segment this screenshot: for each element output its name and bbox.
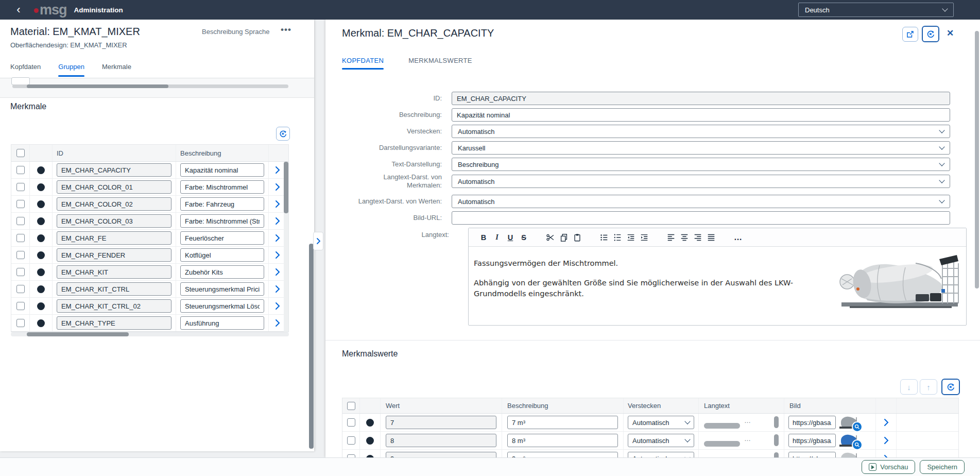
langtext-loading-cell[interactable]: … xyxy=(699,432,784,449)
row-checkbox[interactable] xyxy=(16,234,25,242)
save-button[interactable]: Speichern xyxy=(920,460,965,474)
bullet-list-icon[interactable] xyxy=(597,231,611,244)
row-checkbox[interactable] xyxy=(347,436,355,445)
strikethrough-icon[interactable]: S xyxy=(517,231,530,244)
close-icon[interactable]: ✕ xyxy=(947,28,954,39)
bild-thumbnail[interactable] xyxy=(838,433,859,448)
row-checkbox[interactable] xyxy=(16,268,25,276)
chevron-right-icon[interactable] xyxy=(275,302,280,310)
beschreibung-input[interactable] xyxy=(180,197,264,211)
text-darstellung-select[interactable]: Beschreibung xyxy=(452,158,950,171)
chevron-right-icon[interactable] xyxy=(275,200,280,208)
tab-kopfdaten[interactable]: Kopfdaten xyxy=(10,63,41,77)
bild-url-input[interactable] xyxy=(788,452,836,457)
chevron-right-icon[interactable] xyxy=(275,166,280,174)
outdent-icon[interactable] xyxy=(624,231,638,244)
bold-icon[interactable]: B xyxy=(477,231,490,244)
chevron-right-icon[interactable] xyxy=(884,418,889,427)
bild-url-input[interactable] xyxy=(788,416,836,429)
beschreibung-input[interactable] xyxy=(180,316,264,330)
id-input[interactable] xyxy=(57,197,171,211)
langtext-merkmale-select[interactable]: Automatisch xyxy=(452,175,950,188)
id-input[interactable] xyxy=(57,163,171,177)
id-input[interactable] xyxy=(57,248,171,262)
table-vertical-scrollbar-thumb[interactable] xyxy=(284,162,288,213)
align-left-icon[interactable] xyxy=(664,231,678,244)
preview-button[interactable]: Vorschau xyxy=(862,460,915,474)
wert-input[interactable] xyxy=(386,416,496,429)
cut-icon[interactable] xyxy=(544,231,557,244)
panel-splitter[interactable] xyxy=(313,232,323,250)
numbered-list-icon[interactable] xyxy=(611,231,624,244)
tab-kopfdaten-detail[interactable]: KOPFDATEN xyxy=(342,57,384,70)
chevron-right-icon[interactable] xyxy=(275,234,280,242)
horizontal-scrollbar-thumb[interactable] xyxy=(27,84,168,88)
beschreibung-input[interactable] xyxy=(180,299,264,313)
panel-vertical-scrollbar-thumb[interactable] xyxy=(975,31,979,288)
bild-url-input[interactable] xyxy=(788,434,836,447)
beschreibung-input[interactable] xyxy=(507,452,618,457)
tab-gruppen[interactable]: Gruppen xyxy=(58,63,84,77)
id-input[interactable] xyxy=(57,214,171,228)
italic-icon[interactable]: I xyxy=(490,231,504,244)
indent-icon[interactable] xyxy=(638,231,651,244)
bild-thumbnail[interactable] xyxy=(838,451,859,457)
chevron-right-icon[interactable] xyxy=(275,251,280,259)
move-up-button[interactable]: ↑ xyxy=(920,379,937,395)
chevron-right-icon[interactable] xyxy=(884,436,889,445)
langtext-loading-cell[interactable]: … xyxy=(699,414,784,431)
id-input[interactable] xyxy=(57,316,171,330)
chevron-right-icon[interactable] xyxy=(275,268,280,276)
verstecken-select[interactable]: Automatisch xyxy=(452,125,950,138)
paste-icon[interactable] xyxy=(571,231,584,244)
beschreibung-input[interactable] xyxy=(180,231,264,245)
id-field[interactable] xyxy=(452,92,950,105)
align-center-icon[interactable] xyxy=(678,231,691,244)
reset-table-button[interactable] xyxy=(276,127,290,141)
zoom-icon[interactable] xyxy=(852,439,863,450)
zoom-icon[interactable] xyxy=(852,421,863,432)
language-select[interactable]: Deutsch xyxy=(798,3,954,17)
darstellungsvariante-select[interactable]: Karussell xyxy=(452,141,950,155)
row-checkbox[interactable] xyxy=(16,166,25,174)
row-checkbox[interactable] xyxy=(16,251,25,259)
beschreibung-input[interactable] xyxy=(507,416,618,429)
row-checkbox[interactable] xyxy=(16,285,25,293)
reset-button[interactable] xyxy=(922,26,939,42)
id-input[interactable] xyxy=(57,180,171,194)
langtext-werte-select[interactable]: Automatisch xyxy=(452,195,950,208)
overflow-icon[interactable]: ••• xyxy=(281,25,291,35)
row-checkbox[interactable] xyxy=(347,418,355,427)
chevron-right-icon[interactable] xyxy=(275,183,280,191)
toolbar-overflow-icon[interactable]: … xyxy=(731,231,745,244)
beschreibung-input[interactable] xyxy=(180,282,264,296)
wert-input[interactable] xyxy=(386,452,496,457)
reset-werte-button[interactable] xyxy=(941,379,960,395)
bild-url-field[interactable] xyxy=(452,211,950,225)
back-icon[interactable]: ‹ xyxy=(8,0,29,20)
bild-thumbnail[interactable] xyxy=(838,415,859,430)
id-input[interactable] xyxy=(57,299,171,313)
id-input[interactable] xyxy=(57,231,171,245)
row-checkbox[interactable] xyxy=(16,319,25,327)
id-input[interactable] xyxy=(57,265,171,279)
select-all-checkbox[interactable] xyxy=(16,149,25,157)
wert-input[interactable] xyxy=(386,434,496,447)
move-down-button[interactable]: ↓ xyxy=(900,379,918,395)
panel-vertical-scrollbar-thumb[interactable] xyxy=(309,244,314,449)
beschreibung-field[interactable] xyxy=(452,108,950,122)
open-in-new-window-button[interactable] xyxy=(902,27,918,42)
chevron-right-icon[interactable] xyxy=(275,217,280,225)
beschreibung-input[interactable] xyxy=(180,248,264,262)
select-all-checkbox[interactable] xyxy=(347,402,355,410)
verstecken-select[interactable]: Automatisch xyxy=(628,416,694,429)
beschreibung-input[interactable] xyxy=(180,214,264,228)
verstecken-select[interactable]: Automatisch xyxy=(628,434,694,447)
row-checkbox[interactable] xyxy=(16,200,25,208)
beschreibung-input[interactable] xyxy=(180,180,264,194)
id-input[interactable] xyxy=(57,282,171,296)
beschreibung-input[interactable] xyxy=(180,265,264,279)
chevron-right-icon[interactable] xyxy=(275,319,280,327)
beschreibung-input[interactable] xyxy=(180,163,264,177)
langtext-loading-cell[interactable]: … xyxy=(699,450,784,457)
